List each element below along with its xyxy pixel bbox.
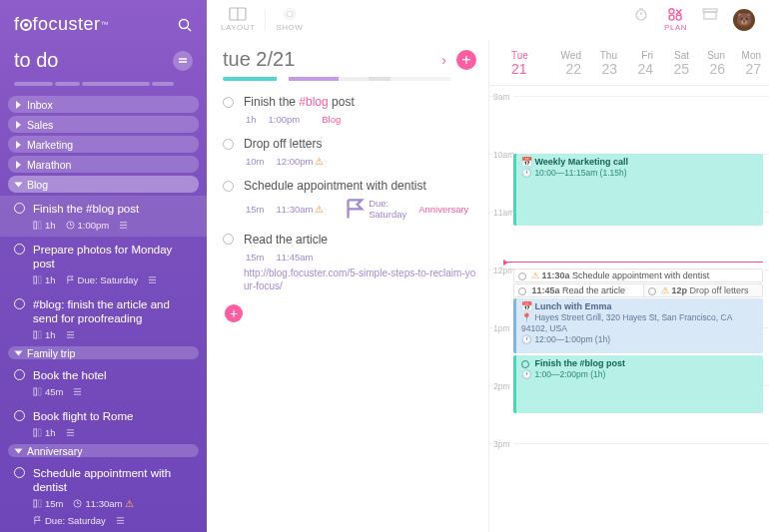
layout-label: LAYOUT — [221, 23, 255, 32]
task-title: Book flight to Rome — [33, 409, 133, 423]
calendar-day[interactable]: Sat25 — [655, 50, 691, 77]
day-number: 21 — [511, 61, 545, 77]
calendar-day[interactable]: Sun26 — [691, 50, 727, 77]
plan-button[interactable]: PLAN — [664, 7, 687, 32]
event-dentist[interactable]: ⚠ 11:30a Schedule appointment with denti… — [513, 268, 763, 282]
event-title: Lunch with Emma — [535, 301, 612, 311]
folder-family-trip[interactable]: Family trip — [8, 346, 199, 359]
calendar-icon: 📅 — [521, 301, 532, 311]
day-task[interactable]: Drop off letters 10m 12:00pm⚠ — [223, 137, 476, 167]
circle-icon[interactable] — [223, 97, 234, 108]
search-icon[interactable] — [177, 17, 193, 33]
day-task[interactable]: Finish the #blog post 1h 1:00pm Blog — [223, 95, 476, 125]
circle-icon[interactable] — [14, 203, 25, 214]
duration: 10m — [244, 156, 264, 167]
folder-label: Marathon — [27, 159, 71, 171]
task-title: Finish the #blog post — [33, 202, 139, 216]
sidebar-task[interactable]: Book the hotel 45m — [0, 362, 207, 403]
folder-label: Inbox — [27, 99, 53, 111]
calendar-day[interactable]: Fri24 — [619, 50, 655, 77]
folder-marketing[interactable]: Marketing — [8, 136, 199, 153]
calendar-day[interactable]: Thu23 — [583, 50, 619, 77]
task-title: #blog: finish the article and send for p… — [33, 297, 193, 325]
svg-rect-4 — [34, 222, 37, 229]
sidebar-task[interactable]: #blog: finish the article and send for p… — [0, 291, 207, 346]
list-icon — [66, 428, 75, 437]
circle-icon[interactable] — [223, 181, 234, 192]
timer-button[interactable] — [632, 7, 650, 32]
circle-icon[interactable] — [223, 234, 234, 245]
event-title: Read the article — [562, 285, 625, 295]
day-name: Sat — [655, 50, 689, 61]
layout-button[interactable]: LAYOUT — [221, 7, 255, 32]
event-marketing-call[interactable]: 📅 Weekly Marketing call 🕐 10:00—11:15am … — [513, 154, 763, 226]
task-title: Finish the #blog post — [244, 95, 355, 109]
archive-button[interactable] — [701, 7, 719, 32]
event-title: Weekly Marketing call — [535, 157, 628, 167]
sidebar-task[interactable]: Book flight to Rome 1h — [0, 403, 207, 444]
duration: 1h — [33, 427, 56, 438]
svg-line-1 — [188, 28, 191, 31]
circle-icon[interactable] — [223, 139, 234, 150]
avatar[interactable]: 🐻 — [733, 9, 755, 31]
show-button[interactable]: SHOW — [276, 7, 303, 32]
event-time: 12:00—1:00pm (1h) — [534, 334, 610, 344]
svg-rect-13 — [38, 276, 41, 283]
event-blog-post[interactable]: Finish the #blog post 🕐 1:00—2:00pm (1h) — [513, 355, 763, 413]
folder-marathon[interactable]: Marathon — [8, 156, 199, 173]
folder-blog[interactable]: Blog — [8, 176, 199, 193]
circle-icon — [648, 287, 656, 295]
now-indicator — [507, 262, 763, 263]
duration: 1h — [33, 329, 56, 340]
folder-label: Sales — [27, 119, 53, 131]
logo[interactable]: ffocuster™ — [14, 14, 109, 35]
calendar-day[interactable]: Tue21 — [511, 50, 547, 77]
sidebar-task[interactable]: Prepare photos for Monday post 1h Due: S… — [0, 237, 207, 291]
logo-tm: ™ — [101, 20, 110, 29]
hour-label: 9am — [493, 92, 513, 102]
calendar-grid[interactable]: 3pm2pm1pm12pm11am10am9am 📅 Weekly Market… — [489, 86, 769, 532]
calendar-day[interactable]: Mon27 — [727, 50, 763, 77]
day-name: Tue — [511, 50, 545, 61]
todo-progress — [14, 82, 193, 86]
sidebar-task[interactable]: Finish the #blog post 1h 1:00pm — [0, 196, 207, 237]
hour-label: 1pm — [493, 323, 513, 333]
due: Due: Saturday — [33, 515, 106, 526]
day-number: 22 — [547, 61, 581, 77]
day-name: Mon — [727, 50, 761, 61]
circle-icon[interactable] — [14, 244, 25, 255]
sidebar-task[interactable]: Schedule appointment with dentist 15m 11… — [0, 460, 207, 532]
calendar-day[interactable]: Wed22 — [547, 50, 583, 77]
folder-sales[interactable]: Sales — [8, 116, 199, 133]
day-number: 26 — [691, 61, 725, 77]
event-read-article[interactable]: 11:45a Read the article — [513, 283, 649, 297]
day-task[interactable]: Schedule appointment with dentist 15m 11… — [223, 179, 476, 221]
add-task-bottom-button[interactable]: + — [225, 304, 243, 322]
event-drop-letters[interactable]: ⚠ 12p Drop off letters — [643, 283, 763, 297]
svg-rect-55 — [704, 12, 716, 19]
timer-label — [640, 23, 643, 32]
duration: 15m — [33, 498, 63, 509]
list-icon — [116, 516, 125, 525]
todo-options-button[interactable] — [173, 51, 193, 71]
svg-point-45 — [284, 9, 295, 20]
svg-point-52 — [669, 15, 674, 20]
svg-rect-19 — [38, 331, 41, 338]
folder-anniversary[interactable]: Anniversary — [8, 444, 199, 457]
event-title: Finish the #blog post — [535, 358, 626, 368]
next-day-button[interactable]: › — [435, 52, 452, 68]
task-link[interactable]: http://blog.focuster.com/5-simple-steps-… — [244, 266, 476, 292]
event-time: 1:00—2:00pm (1h) — [534, 369, 605, 379]
folder-inbox[interactable]: Inbox — [8, 96, 199, 113]
list-icon — [148, 275, 157, 284]
circle-icon — [518, 287, 526, 295]
event-title: Drop off letters — [690, 285, 749, 295]
circle-icon[interactable] — [14, 298, 25, 309]
event-lunch[interactable]: 📅 Lunch with Emma 📍 Hayes Street Grill, … — [513, 298, 763, 353]
day-number: 27 — [727, 61, 761, 77]
circle-icon[interactable] — [14, 467, 25, 478]
circle-icon[interactable] — [14, 369, 25, 380]
add-task-button[interactable]: + — [456, 50, 476, 70]
circle-icon[interactable] — [14, 410, 25, 421]
day-task[interactable]: Read the article 15m 11:45amhttp://blog.… — [223, 233, 476, 292]
